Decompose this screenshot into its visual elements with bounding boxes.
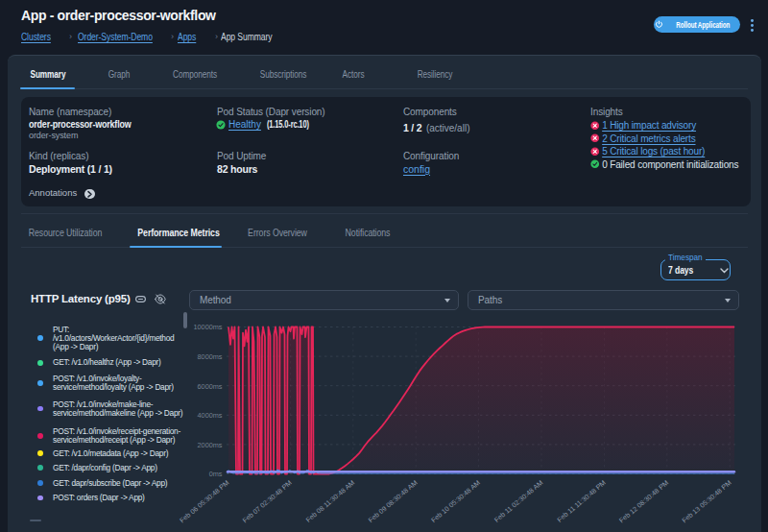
svg-text:Feb 12 08:30:48 PM: Feb 12 08:30:48 PM	[618, 479, 670, 525]
svg-text:Feb 11 11:30:48 PM: Feb 11 11:30:48 PM	[556, 479, 608, 524]
svg-text:6000ms: 6000ms	[198, 382, 223, 391]
svg-text:Feb 09 08:30:48 AM: Feb 09 08:30:48 AM	[367, 479, 419, 524]
svg-text:Feb 08 11:30:48 AM: Feb 08 11:30:48 AM	[304, 479, 356, 524]
svg-text:Feb 11 02:30:48 AM: Feb 11 02:30:48 AM	[493, 479, 545, 524]
svg-text:Feb 13 05:30:48 PM: Feb 13 05:30:48 PM	[681, 479, 732, 525]
svg-text:Feb 10 05:30:48 AM: Feb 10 05:30:48 AM	[430, 479, 482, 524]
svg-text:Feb 06 05:30:48 PM: Feb 06 05:30:48 PM	[179, 479, 230, 525]
svg-text:10000ms: 10000ms	[193, 323, 222, 331]
svg-text:0ms: 0ms	[209, 470, 223, 478]
svg-text:Feb 07 02:30:48 PM: Feb 07 02:30:48 PM	[241, 479, 293, 525]
svg-text:8000ms: 8000ms	[198, 352, 223, 361]
svg-text:2000ms: 2000ms	[198, 441, 223, 449]
svg-text:4000ms: 4000ms	[198, 411, 223, 420]
